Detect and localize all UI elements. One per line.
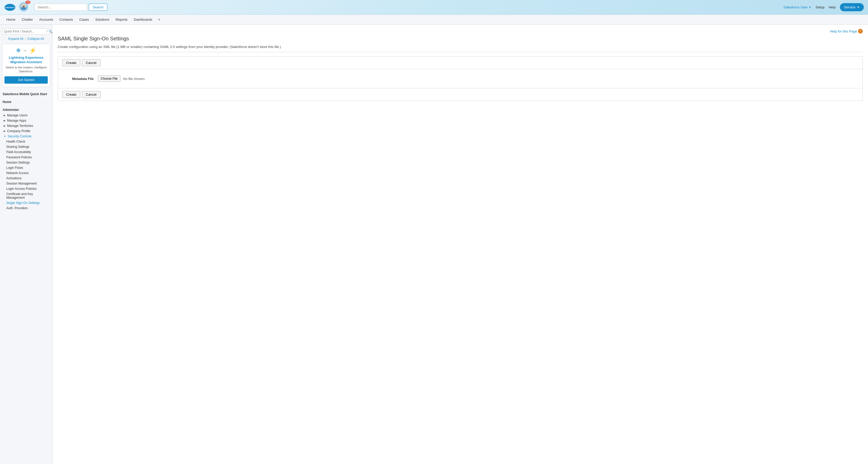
user-label: Salesforce User (783, 5, 808, 9)
top-header: salesforce 19 Search Salesforce User ▼ (0, 0, 868, 15)
form-buttons-top: Create Cancel (58, 57, 863, 69)
sidebar-sub-auth-providers[interactable]: Auth. Providers (0, 205, 52, 211)
main-layout: ? 🔍 Expand All | Collapse All ❄ → ⚡ Ligh… (0, 25, 868, 464)
sidebar-sub-network-access[interactable]: Network Access (0, 170, 52, 176)
lightning-subtitle: Switch to the modern, intelligent Salesf… (4, 66, 48, 74)
salesforce-logo: salesforce (4, 2, 16, 13)
search-input[interactable] (35, 4, 87, 11)
sidebar-home-label: Home (0, 97, 52, 105)
svg-text:salesforce: salesforce (5, 6, 15, 9)
sidebar-sub-field-accessibility[interactable]: Field Accessibility (0, 150, 52, 155)
lightning-icons-area: ❄ → ⚡ (4, 47, 48, 54)
nav-cases[interactable]: Cases (76, 15, 92, 24)
no-file-text: No file chosen (123, 77, 145, 81)
sidebar-search-area: ? 🔍 (2, 28, 50, 35)
metadata-file-row: Metadata File Choose File No file chosen (62, 73, 858, 84)
nav-add-icon[interactable]: + (155, 15, 163, 24)
sidebar-sub-session-settings[interactable]: Session Settings (0, 160, 52, 165)
nav-bar: Home Chatter Accounts Contacts Cases Sol… (0, 15, 868, 25)
help-link[interactable]: Help (829, 5, 836, 9)
company-profile-triangle-icon: ▶ (4, 130, 5, 132)
search-help-icon: ? (46, 30, 48, 33)
header-right: Salesforce User ▼ Setup Help Service ▼ (783, 3, 864, 11)
logo-area: salesforce 19 (4, 1, 29, 13)
sidebar-sub-certificate-key[interactable]: Certificate and Key Management (0, 191, 52, 200)
page-title: SAML Single Sign-On Settings (58, 36, 863, 42)
help-badge-icon: ? (858, 29, 863, 34)
expand-collapse-area: Expand All | Collapse All (0, 36, 52, 42)
sidebar: ? 🔍 Expand All | Collapse All ❄ → ⚡ Ligh… (0, 25, 53, 464)
form-buttons-bottom: Create Cancel (58, 88, 863, 101)
security-controls-triangle-icon: ▼ (4, 135, 6, 138)
administer-section-header: Administer (0, 105, 52, 113)
get-started-button[interactable]: Get Started (4, 76, 48, 84)
help-for-page-label: Help for this Page (830, 29, 857, 33)
form-body: Metadata File Choose File No file chosen (58, 69, 863, 88)
sidebar-item-security-controls[interactable]: ▼ Security Controls (0, 134, 52, 139)
nav-accounts[interactable]: Accounts (36, 15, 56, 24)
sidebar-sub-sharing-settings[interactable]: Sharing Settings (0, 144, 52, 150)
nav-contacts[interactable]: Contacts (56, 15, 76, 24)
sidebar-item-manage-apps[interactable]: ▶ Manage Apps (0, 118, 52, 123)
setup-link[interactable]: Setup (815, 5, 825, 9)
sidebar-item-company-profile[interactable]: ▶ Company Profile (0, 128, 52, 134)
main-content: Help for this Page ? SAML Single Sign-On… (53, 25, 868, 464)
file-input-area: Choose File No file chosen (98, 75, 145, 82)
company-profile-label: Company Profile (7, 129, 30, 133)
choose-file-button[interactable]: Choose File (98, 75, 120, 82)
page-description: Create configuration using an XML file (… (58, 45, 863, 52)
mascot-area: 19 (18, 1, 29, 13)
salesforce-user-link[interactable]: Salesforce User ▼ (783, 5, 811, 9)
nav-reports[interactable]: Reports (112, 15, 131, 24)
search-button[interactable]: Search (89, 4, 107, 11)
metadata-file-label: Metadata File (62, 77, 94, 81)
sidebar-sub-health-check[interactable]: Health Check (0, 139, 52, 144)
sidebar-search-input[interactable] (2, 29, 45, 34)
help-for-page-link[interactable]: Help for this Page ? (830, 29, 863, 34)
nav-home[interactable]: Home (3, 15, 19, 24)
nav-solutions[interactable]: Solutions (92, 15, 112, 24)
lightning-title: Lightning Experience Migration Assistant (4, 56, 48, 65)
sidebar-item-manage-users[interactable]: ▶ Manage Users (0, 113, 52, 118)
service-chevron-icon: ▼ (857, 6, 860, 9)
expand-collapse-separator: | (25, 37, 26, 41)
mobile-quick-start-title: Salesforce Mobile Quick Start (0, 90, 52, 97)
cancel-button-bottom[interactable]: Cancel (82, 91, 100, 98)
sidebar-item-manage-territories[interactable]: ▶ Manage Territories (0, 123, 52, 128)
user-chevron-icon: ▼ (809, 6, 811, 9)
svg-point-7 (21, 5, 23, 8)
sidebar-sub-session-management[interactable]: Session Management (0, 181, 52, 186)
collapse-all-link[interactable]: Collapse All (27, 37, 44, 41)
form-section: Create Cancel Metadata File Choose File … (58, 56, 863, 101)
create-button-top[interactable]: Create (62, 59, 80, 66)
help-link-area: Help for this Page ? (58, 29, 863, 34)
service-button[interactable]: Service ▼ (840, 3, 864, 11)
svg-point-8 (24, 5, 26, 8)
sidebar-sub-password-policies[interactable]: Password Policies (0, 155, 52, 160)
sidebar-sub-activations[interactable]: Activations (0, 176, 52, 181)
expand-all-link[interactable]: Expand All (8, 37, 23, 41)
service-label: Service (844, 5, 856, 9)
snowflake-icon: ❄ (16, 47, 21, 54)
manage-territories-triangle-icon: ▶ (4, 125, 5, 127)
search-area: Search (35, 4, 107, 11)
search-magnifier-icon[interactable]: 🔍 (49, 30, 53, 34)
notification-badge[interactable]: 19 (26, 1, 30, 4)
sidebar-search-icons: ? 🔍 (45, 30, 53, 34)
lightning-migration-box: ❄ → ⚡ Lightning Experience Migration Ass… (2, 44, 50, 87)
create-button-bottom[interactable]: Create (62, 91, 80, 98)
manage-users-triangle-icon: ▶ (4, 114, 5, 117)
sidebar-sub-single-sign-on[interactable]: Single Sign-On Settings (0, 200, 52, 205)
sidebar-sub-login-access-policies[interactable]: Login Access Policies (0, 186, 52, 191)
lightning-bolt-icon: ⚡ (29, 47, 36, 54)
manage-territories-label: Manage Territories (7, 124, 33, 128)
security-controls-label: Security Controls (8, 134, 31, 138)
manage-users-label: Manage Users (7, 113, 28, 117)
arrow-right-icon: → (23, 48, 27, 53)
cancel-button-top[interactable]: Cancel (82, 59, 100, 66)
manage-apps-triangle-icon: ▶ (4, 119, 5, 122)
nav-dashboards[interactable]: Dashboards (131, 15, 155, 24)
nav-chatter[interactable]: Chatter (19, 15, 36, 24)
sidebar-sub-login-flows[interactable]: Login Flows (0, 165, 52, 170)
manage-apps-label: Manage Apps (7, 119, 26, 123)
